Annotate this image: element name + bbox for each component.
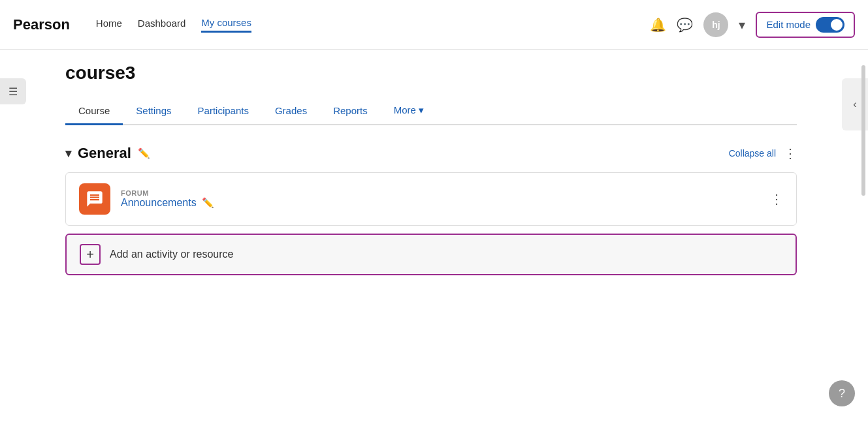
forum-svg-icon	[86, 190, 104, 208]
brand-logo: Pearson	[13, 16, 70, 33]
nav-links: Home Dashboard My courses	[96, 17, 251, 33]
main-content: course3 Course Settings Participants Gra…	[39, 50, 823, 295]
activity-card: FORUM Announcements ✏️ ⋮	[65, 172, 797, 226]
add-activity-label: Add an activity or resource	[110, 249, 233, 260]
activity-name-link[interactable]: Announcements	[121, 197, 197, 209]
activity-kebab-button[interactable]: ⋮	[770, 191, 783, 207]
notifications-button[interactable]: 🔔	[650, 17, 666, 33]
toggle-thumb	[831, 19, 843, 31]
edit-mode-toggle[interactable]	[816, 17, 844, 33]
activity-type: FORUM	[121, 189, 760, 197]
nav-my-courses[interactable]: My courses	[201, 17, 251, 33]
edit-mode-label: Edit mode	[766, 19, 811, 30]
add-activity-button[interactable]: + Add an activity or resource	[65, 234, 797, 275]
nav-dashboard[interactable]: Dashboard	[138, 18, 185, 31]
nav-home[interactable]: Home	[96, 18, 122, 31]
kebab-icon: ⋮	[784, 146, 797, 160]
edit-mode-toggle-container: Edit mode	[756, 12, 855, 38]
tab-settings[interactable]: Settings	[123, 97, 184, 124]
topnav-right: 🔔 💬 hj ▾ Edit mode	[650, 12, 855, 38]
activity-info: FORUM Announcements ✏️	[121, 189, 760, 209]
chat-icon: 💬	[677, 17, 693, 33]
chevron-left-icon: ‹	[853, 99, 856, 110]
activity-kebab-icon: ⋮	[770, 192, 783, 206]
avatar-initials: hj	[712, 20, 720, 30]
activity-edit-pencil-icon[interactable]: ✏️	[202, 197, 214, 209]
add-activity-plus-icon: +	[80, 244, 101, 265]
tab-participants[interactable]: Participants	[185, 97, 262, 124]
scrollbar	[861, 65, 865, 196]
section-edit-pencil-icon[interactable]: ✏️	[138, 147, 150, 159]
bell-icon: 🔔	[650, 17, 666, 33]
hamburger-icon: ☰	[8, 85, 18, 98]
tab-more[interactable]: More ▾	[381, 97, 437, 124]
section-title-text: General	[78, 145, 131, 162]
tab-course[interactable]: Course	[65, 97, 123, 124]
chat-button[interactable]: 💬	[677, 17, 693, 33]
user-avatar-button[interactable]: hj	[703, 12, 728, 37]
activity-name-container: Announcements ✏️	[121, 197, 760, 209]
section-actions: Collapse all ⋮	[729, 145, 797, 161]
collapse-all-button[interactable]: Collapse all	[729, 148, 776, 159]
tab-grades[interactable]: Grades	[262, 97, 320, 124]
user-menu-chevron[interactable]: ▾	[739, 17, 745, 33]
course-tabs: Course Settings Participants Grades Repo…	[65, 97, 797, 125]
left-sidebar-toggle[interactable]: ☰	[0, 78, 26, 104]
section-kebab-menu-button[interactable]: ⋮	[784, 145, 797, 161]
course-title: course3	[65, 63, 797, 84]
general-section-header: ▾ General ✏️ Collapse all ⋮	[65, 145, 797, 162]
activity-menu: ⋮	[770, 191, 783, 207]
chevron-down-icon: ▾	[739, 17, 745, 33]
tab-reports[interactable]: Reports	[320, 97, 381, 124]
collapse-arrow-icon[interactable]: ▾	[65, 146, 71, 160]
top-navigation: Pearson Home Dashboard My courses 🔔 💬 hj…	[0, 0, 868, 50]
toggle-track	[816, 17, 844, 33]
section-title-container: ▾ General ✏️	[65, 145, 150, 162]
forum-icon-container	[79, 183, 110, 215]
